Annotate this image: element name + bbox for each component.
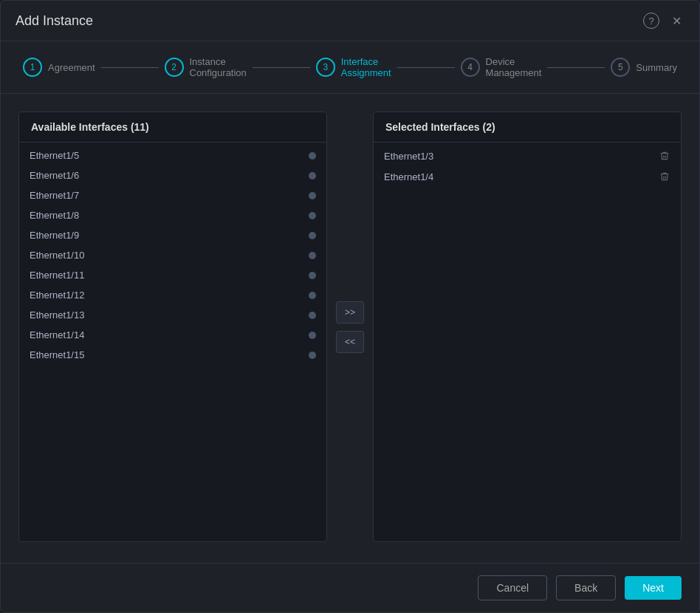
add-instance-modal: Add Instance ? ✕ 1 Agreement 2 InstanceC… <box>0 0 700 613</box>
step-circle-5: 5 <box>611 58 630 77</box>
list-item[interactable]: Ethernet1/12 <box>19 285 326 305</box>
list-item[interactable]: Ethernet1/7 <box>19 185 326 205</box>
panels-container: Available Interfaces (11) Ethernet1/5 Et… <box>18 112 682 542</box>
step-circle-2: 2 <box>165 58 184 77</box>
dot-icon <box>309 332 316 339</box>
step-3: 3 InterfaceAssignment <box>316 56 391 78</box>
header-icons: ? ✕ <box>643 13 684 29</box>
dot-icon <box>309 292 316 299</box>
transfer-buttons: >> << <box>327 290 373 364</box>
step-circle-3: 3 <box>316 58 335 77</box>
available-interfaces-header: Available Interfaces (11) <box>19 112 326 143</box>
dot-icon <box>309 232 316 239</box>
step-2: 2 InstanceConfiguration <box>165 56 247 78</box>
modal-header: Add Instance ? ✕ <box>1 1 699 41</box>
cancel-button[interactable]: Cancel <box>478 575 547 600</box>
step-1: 1 Agreement <box>23 58 95 77</box>
step-5: 5 Summary <box>611 58 677 77</box>
step-label-2: InstanceConfiguration <box>190 56 247 78</box>
selected-interfaces-header: Selected Interfaces (2) <box>374 112 681 143</box>
list-item[interactable]: Ethernet1/14 <box>19 325 326 345</box>
list-item[interactable]: Ethernet1/5 <box>19 145 326 165</box>
modal-body: Available Interfaces (11) Ethernet1/5 Et… <box>1 94 699 563</box>
list-item[interactable]: Ethernet1/3 <box>374 145 681 166</box>
add-all-button[interactable]: >> <box>336 301 364 323</box>
available-interfaces-panel: Available Interfaces (11) Ethernet1/5 Et… <box>18 112 327 542</box>
list-item[interactable]: Ethernet1/4 <box>374 166 681 187</box>
step-label-4: DeviceManagement <box>486 56 542 78</box>
close-icon[interactable]: ✕ <box>668 13 684 29</box>
help-icon[interactable]: ? <box>643 13 659 29</box>
step-label-1: Agreement <box>48 62 95 73</box>
list-item[interactable]: Ethernet1/8 <box>19 205 326 225</box>
trash-icon[interactable] <box>659 171 670 182</box>
step-circle-4: 4 <box>461 58 480 77</box>
step-4: 4 DeviceManagement <box>461 56 542 78</box>
step-connector-4 <box>547 67 605 68</box>
dot-icon <box>309 272 316 279</box>
list-item[interactable]: Ethernet1/9 <box>19 225 326 245</box>
step-connector-3 <box>397 67 455 68</box>
step-label-5: Summary <box>636 62 677 73</box>
dot-icon <box>309 252 316 259</box>
dot-icon <box>309 192 316 199</box>
remove-all-button[interactable]: << <box>336 331 364 353</box>
selected-interfaces-panel: Selected Interfaces (2) Ethernet1/3 <box>373 112 682 542</box>
step-connector-2 <box>253 67 310 68</box>
dot-icon <box>309 152 316 160</box>
list-item[interactable]: Ethernet1/6 <box>19 165 326 185</box>
back-button[interactable]: Back <box>556 575 616 600</box>
dot-icon <box>309 312 316 319</box>
step-label-3: InterfaceAssignment <box>341 56 391 78</box>
list-item[interactable]: Ethernet1/10 <box>19 245 326 265</box>
dot-icon <box>309 352 316 359</box>
selected-interfaces-list: Ethernet1/3 Ethernet1/4 <box>374 143 681 541</box>
modal-title: Add Instance <box>16 13 93 29</box>
list-item[interactable]: Ethernet1/11 <box>19 265 326 285</box>
step-circle-1: 1 <box>23 58 42 77</box>
next-button[interactable]: Next <box>625 576 682 600</box>
dot-icon <box>309 172 316 179</box>
available-interfaces-list: Ethernet1/5 Ethernet1/6 Ethernet1/7 Ethe… <box>19 143 326 541</box>
stepper: 1 Agreement 2 InstanceConfiguration 3 In… <box>1 41 699 94</box>
list-item[interactable]: Ethernet1/13 <box>19 305 326 325</box>
step-connector-1 <box>101 67 159 68</box>
dot-icon <box>309 212 316 219</box>
modal-footer: Cancel Back Next <box>1 563 699 612</box>
list-item[interactable]: Ethernet1/15 <box>19 345 326 365</box>
trash-icon[interactable] <box>659 150 670 162</box>
